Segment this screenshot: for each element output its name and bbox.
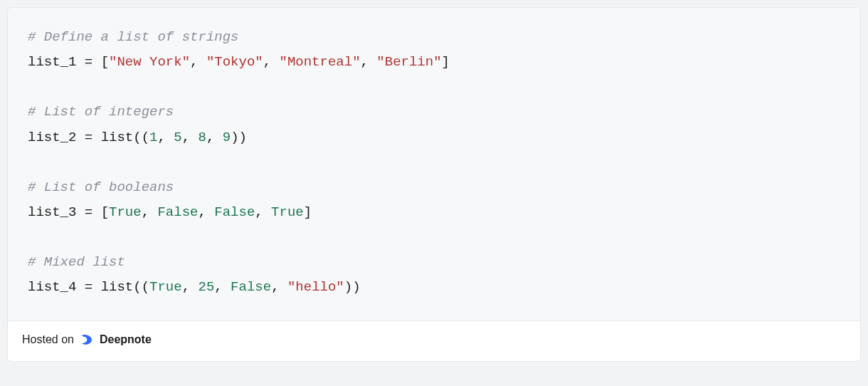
embed-card: # Define a list of stringslist_1 = ["New… (7, 7, 861, 362)
embed-footer[interactable]: Hosted on Deepnote (8, 321, 860, 361)
deepnote-brand-label: Deepnote (100, 333, 152, 346)
code-line: # Define a list of strings (28, 25, 840, 50)
code-line (28, 75, 840, 100)
code-block: # Define a list of stringslist_1 = ["New… (8, 8, 860, 321)
deepnote-logo-icon (80, 333, 94, 347)
code-line: # Mixed list (28, 250, 840, 275)
code-line: # List of booleans (28, 175, 840, 200)
code-line: list_2 = list((1, 5, 8, 9)) (28, 125, 840, 150)
hosted-on-label: Hosted on (22, 333, 74, 346)
code-line: list_4 = list((True, 25, False, "hello")… (28, 275, 840, 300)
code-line: list_1 = ["New York", "Tokyo", "Montreal… (28, 50, 840, 75)
code-line (28, 225, 840, 250)
code-line (28, 150, 840, 175)
code-line: list_3 = [True, False, False, True] (28, 200, 840, 225)
code-line: # List of integers (28, 100, 840, 125)
